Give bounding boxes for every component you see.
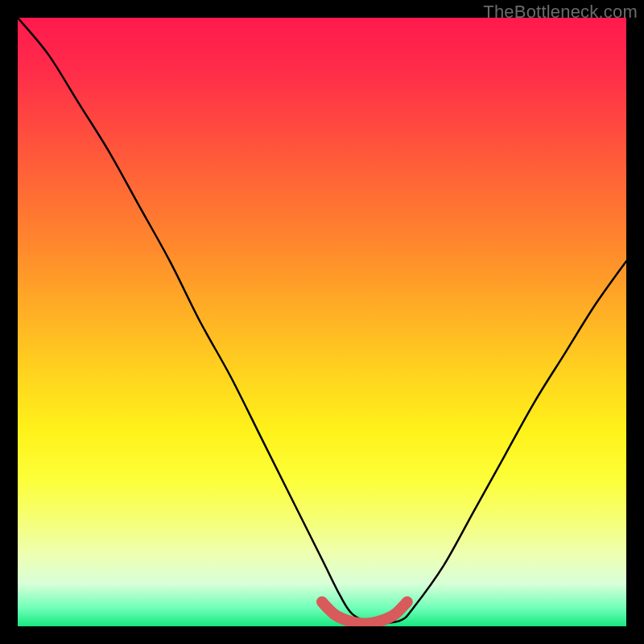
sweet-spot-band-path <box>322 602 407 624</box>
watermark-text: TheBottleneck.com <box>483 2 638 23</box>
chart-svg <box>18 18 626 626</box>
bottleneck-curve-path <box>18 18 626 624</box>
